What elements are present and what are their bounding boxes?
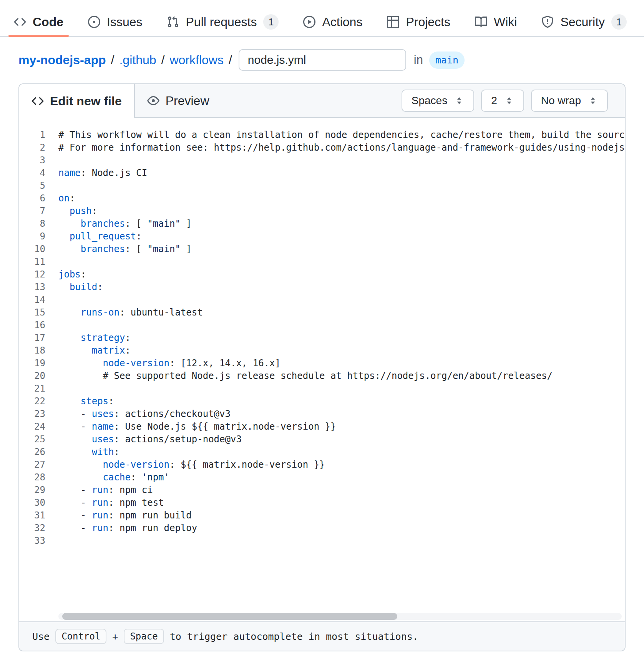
- unfold-icon: [504, 96, 514, 106]
- line-number: 14: [19, 294, 45, 306]
- line-content: jobs:: [58, 268, 86, 281]
- nav-tab-actions[interactable]: Actions: [297, 8, 368, 36]
- nav-tab-label: Security: [560, 15, 605, 29]
- line-content: # For more information see: https://help…: [58, 141, 625, 154]
- nav-tab-label: Issues: [107, 15, 142, 29]
- code-line[interactable]: 10 branches: [ "main" ]: [19, 243, 625, 256]
- line-content: uses: actions/setup-node@v3: [58, 433, 242, 446]
- counter-badge: 1: [611, 14, 627, 30]
- line-number: 12: [19, 268, 45, 281]
- code-line[interactable]: 24 - name: Use Node.js ${{ matrix.node-v…: [19, 420, 625, 433]
- line-content: branches: [ "main" ]: [58, 218, 192, 230]
- line-number: 19: [19, 357, 45, 370]
- line-content: - run: npm ci: [58, 484, 153, 497]
- line-content: - name: Use Node.js ${{ matrix.node-vers…: [58, 420, 336, 433]
- code-line[interactable]: 33: [19, 535, 625, 547]
- tab-preview[interactable]: Preview: [135, 84, 222, 117]
- breadcrumb-dir-workflows[interactable]: workflows: [169, 53, 223, 67]
- repo-nav-items: CodeIssuesPull requests1ActionsProjectsW…: [8, 8, 644, 36]
- unfold-icon: [588, 96, 598, 106]
- code-lines: 1# This workflow will do a clean install…: [19, 118, 625, 547]
- in-label: in: [414, 53, 423, 67]
- line-content: # This workflow will do a clean installa…: [58, 129, 625, 141]
- line-number: 17: [19, 332, 45, 344]
- code-line[interactable]: 13 build:: [19, 281, 625, 294]
- line-content: strategy:: [58, 332, 131, 344]
- line-number: 16: [19, 319, 45, 332]
- code-line[interactable]: 23 - uses: actions/checkout@v3: [19, 408, 625, 420]
- code-line[interactable]: 29 - run: npm ci: [19, 484, 625, 497]
- code-line[interactable]: 17 strategy:: [19, 332, 625, 344]
- line-content: with:: [58, 446, 120, 458]
- code-line[interactable]: 11: [19, 256, 625, 268]
- line-number: 18: [19, 344, 45, 357]
- code-line[interactable]: 14: [19, 294, 625, 306]
- line-number: 9: [19, 230, 45, 243]
- code-editor[interactable]: 1# This workflow will do a clean install…: [19, 118, 625, 621]
- code-line[interactable]: 32 - run: npm run deploy: [19, 522, 625, 535]
- line-number: 30: [19, 497, 45, 509]
- line-number: 7: [19, 205, 45, 218]
- line-number: 23: [19, 408, 45, 420]
- nav-tab-issues[interactable]: Issues: [82, 8, 148, 36]
- code-line[interactable]: 4name: Node.js CI: [19, 167, 625, 179]
- code-line[interactable]: 2# For more information see: https://hel…: [19, 141, 625, 154]
- code-line[interactable]: 28 cache: 'npm': [19, 471, 625, 484]
- line-content: runs-on: ubuntu-latest: [58, 306, 203, 319]
- code-line[interactable]: 3: [19, 154, 625, 167]
- code-line[interactable]: 30 - run: npm test: [19, 497, 625, 509]
- breadcrumb-separator: /: [161, 53, 165, 67]
- code-line[interactable]: 8 branches: [ "main" ]: [19, 218, 625, 230]
- line-content: node-version: [12.x, 14.x, 16.x]: [58, 357, 281, 370]
- line-number: 29: [19, 484, 45, 497]
- filename-input[interactable]: [239, 49, 406, 71]
- issue-opened-icon: [88, 16, 100, 28]
- code-line[interactable]: 19 node-version: [12.x, 14.x, 16.x]: [19, 357, 625, 370]
- hint-prefix: Use: [32, 631, 50, 642]
- select-spaces[interactable]: Spaces: [402, 90, 474, 112]
- nav-tab-projects[interactable]: Projects: [381, 8, 456, 36]
- scrollbar-thumb[interactable]: [62, 613, 397, 620]
- nav-tab-security[interactable]: Security1: [535, 8, 633, 36]
- code-line[interactable]: 12jobs:: [19, 268, 625, 281]
- select-2[interactable]: 2: [481, 90, 524, 112]
- line-content: cache: 'npm': [58, 471, 169, 484]
- code-line[interactable]: 20 # See supported Node.js release sched…: [19, 370, 625, 382]
- space-key: Space: [124, 629, 164, 644]
- line-number: 32: [19, 522, 45, 535]
- breadcrumb-repo[interactable]: my-nodejs-app: [18, 53, 106, 67]
- code-line[interactable]: 6on:: [19, 192, 625, 205]
- horizontal-scrollbar[interactable]: [58, 613, 622, 620]
- code-line[interactable]: 1# This workflow will do a clean install…: [19, 129, 625, 141]
- code-line[interactable]: 9 pull_request:: [19, 230, 625, 243]
- tab-edit-new-file[interactable]: Edit new file: [19, 84, 135, 118]
- code-line[interactable]: 7 push:: [19, 205, 625, 218]
- project-icon: [387, 16, 399, 28]
- code-line[interactable]: 22 steps:: [19, 395, 625, 408]
- select-value: Spaces: [412, 95, 447, 107]
- nav-tab-code[interactable]: Code: [8, 8, 70, 36]
- play-icon: [303, 16, 315, 28]
- nav-tab-pull-requests[interactable]: Pull requests1: [161, 8, 285, 36]
- line-number: 21: [19, 382, 45, 395]
- book-icon: [475, 16, 487, 28]
- select-no-wrap[interactable]: No wrap: [531, 90, 608, 112]
- autocomplete-hint: Use Control + Space to trigger autocompl…: [19, 621, 625, 651]
- code-line[interactable]: 21: [19, 382, 625, 395]
- code-line[interactable]: 5: [19, 179, 625, 192]
- tab-label: Preview: [166, 94, 209, 108]
- code-line[interactable]: 27 node-version: ${{ matrix.node-version…: [19, 458, 625, 471]
- code-line[interactable]: 18 matrix:: [19, 344, 625, 357]
- code-line[interactable]: 15 runs-on: ubuntu-latest: [19, 306, 625, 319]
- code-line[interactable]: 25 uses: actions/setup-node@v3: [19, 433, 625, 446]
- code-line[interactable]: 16: [19, 319, 625, 332]
- line-content: on:: [58, 192, 75, 205]
- breadcrumb-dir--github[interactable]: .github: [119, 53, 156, 67]
- line-number: 11: [19, 256, 45, 268]
- nav-tab-wiki[interactable]: Wiki: [469, 8, 523, 36]
- branch-badge: main: [429, 51, 465, 69]
- code-line[interactable]: 26 with:: [19, 446, 625, 458]
- code-line[interactable]: 31 - run: npm run build: [19, 509, 625, 522]
- nav-tab-label: Pull requests: [186, 15, 257, 29]
- line-number: 33: [19, 535, 45, 547]
